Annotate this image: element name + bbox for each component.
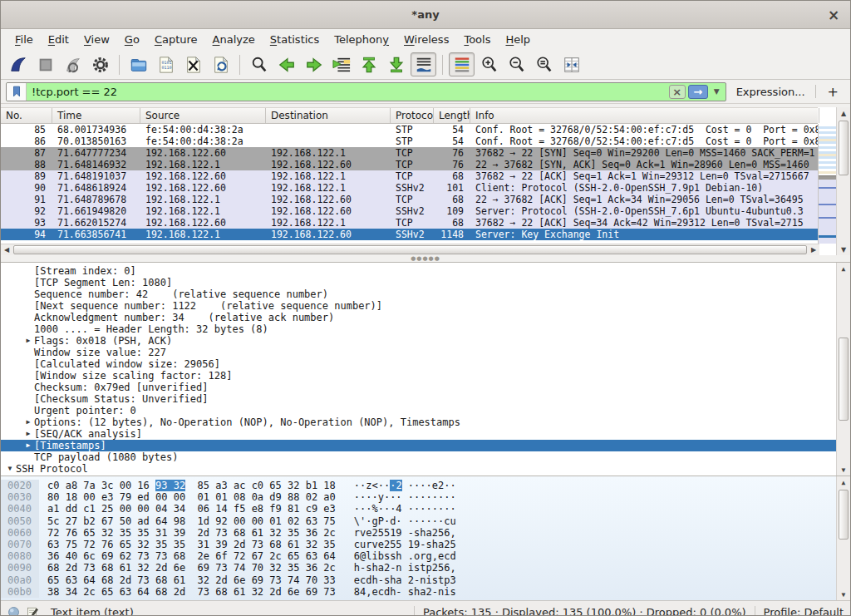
auto-scroll-icon[interactable] — [411, 52, 436, 76]
bytes-scroll-thumb[interactable] — [839, 490, 849, 540]
filter-apply-icon[interactable]: → — [688, 85, 708, 99]
hex-bytes[interactable]: c0 a8 7a 3c 00 16 93 32 85 a3 ac c0 65 3… — [39, 480, 336, 491]
details-scroll-up-icon[interactable]: ▲ — [837, 263, 850, 274]
packet-row[interactable]: 9271.661949820192.168.122.1192.168.122.6… — [1, 205, 818, 217]
hex-bytes[interactable]: 65 63 64 68 2d 73 68 61 32 2d 6e 69 73 7… — [39, 574, 336, 586]
filter-bookmark-icon[interactable] — [7, 83, 27, 101]
details-scroll-down-icon[interactable]: ▼ — [837, 464, 850, 476]
packet-list-vscrollbar[interactable]: ▲ ▼ — [836, 107, 850, 255]
hex-ascii[interactable]: rve25519 -sha256, — [336, 527, 456, 539]
hex-row[interactable]: 008036 40 6c 69 62 73 73 68 2e 6f 72 67 … — [1, 550, 836, 562]
detail-tree-item[interactable]: Urgent pointer: 0 — [1, 405, 836, 416]
expander-closed-icon[interactable]: ▶ — [22, 416, 34, 428]
hex-row[interactable]: 006072 76 65 32 35 35 31 39 2d 73 68 61 … — [1, 527, 836, 539]
menu-item-view[interactable]: View — [76, 31, 117, 48]
filter-history-caret-icon[interactable]: ▼ — [711, 85, 723, 99]
packet-list-minimap[interactable] — [818, 124, 836, 244]
column-header-source[interactable]: Source — [140, 108, 266, 123]
filter-expression-text[interactable]: !tcp.port == 22 — [27, 86, 669, 98]
vscroll-up-arrow-icon[interactable]: ▲ — [837, 107, 850, 119]
detail-tree-item[interactable]: Acknowledgment number: 34 (relative ack … — [1, 312, 836, 323]
title-bar[interactable]: *any × — [1, 1, 850, 29]
packet-list-hscrollbar[interactable]: ◀ ▶ — [1, 244, 819, 255]
packet-row[interactable]: 8771.647777234192.168.122.60192.168.122.… — [1, 147, 818, 159]
menu-item-statistics[interactable]: Statistics — [263, 31, 327, 48]
hscroll-thumb[interactable] — [13, 245, 807, 254]
hex-ascii[interactable]: h-sha2-n istp256, — [336, 562, 456, 574]
hex-bytes[interactable]: 5c 27 b2 67 50 ad 64 98 1d 92 00 00 01 0… — [39, 515, 336, 527]
column-header-time[interactable]: Time — [52, 108, 140, 123]
resize-columns-icon[interactable] — [558, 52, 584, 76]
detail-tree-item[interactable]: ▶[SEQ/ACK analysis] — [1, 428, 836, 440]
capture-comment-icon[interactable] — [27, 606, 39, 616]
packet-row[interactable]: 9171.648789678192.168.122.1192.168.122.6… — [1, 194, 818, 205]
hex-ascii[interactable]: ····y··· ········ — [336, 491, 456, 503]
details-scroll-thumb[interactable] — [839, 338, 849, 421]
zoom-out-icon[interactable] — [504, 52, 529, 76]
detail-tree-item[interactable]: ▼SSH Protocol — [1, 463, 836, 475]
packet-row[interactable]: 9371.662015274192.168.122.60192.168.122.… — [1, 217, 818, 229]
menu-item-capture[interactable]: Capture — [147, 31, 205, 48]
vscroll-thumb[interactable] — [839, 121, 849, 175]
packet-row[interactable]: 8971.648191037192.168.122.60192.168.122.… — [1, 170, 818, 182]
hex-ascii[interactable]: 6@libssh .org,ecd — [336, 550, 456, 562]
hex-bytes[interactable]: 68 2d 73 68 61 32 2d 6e 69 73 74 70 32 3… — [39, 562, 336, 574]
close-file-icon[interactable] — [180, 52, 206, 76]
start-capture-icon[interactable] — [5, 52, 31, 76]
menu-item-edit[interactable]: Edit — [41, 31, 76, 48]
menu-item-file[interactable]: File — [7, 31, 41, 48]
hex-bytes[interactable]: 80 18 00 e3 79 ed 00 00 01 01 08 0a d9 8… — [39, 491, 336, 503]
detail-tree-item[interactable]: ▶Flags: 0x018 (PSH, ACK) — [1, 335, 836, 347]
hex-row[interactable]: 0020c0 a8 7a 3c 00 16 93 32 85 a3 ac c0 … — [1, 480, 836, 491]
column-header-protocol[interactable]: Protocol — [391, 108, 434, 123]
find-packet-icon[interactable] — [246, 52, 272, 76]
detail-tree-item[interactable]: Sequence number: 42 (relative sequence n… — [1, 288, 836, 300]
go-first-icon[interactable] — [356, 52, 381, 76]
detail-tree-item[interactable]: Checksum: 0x79ed [unverified] — [1, 382, 836, 393]
detail-tree-item[interactable]: ▶[Timestamps] — [1, 440, 836, 451]
reload-file-icon[interactable] — [208, 52, 234, 76]
expression-button[interactable]: Expression... — [733, 86, 809, 98]
packet-row[interactable]: 8568.001734936fe:54:00:d4:38:2aSTP54Conf… — [1, 124, 818, 136]
colorize-icon[interactable] — [449, 52, 475, 76]
expander-closed-icon[interactable]: ▶ — [22, 475, 34, 476]
detail-tree-item[interactable]: [Next sequence number: 1122 (relative se… — [1, 300, 836, 312]
hex-row[interactable]: 0040a1 dd c1 25 00 00 04 34 06 14 f5 e8 … — [1, 503, 836, 515]
detail-tree-item[interactable]: [TCP Segment Len: 1080] — [1, 277, 836, 288]
expander-closed-icon[interactable]: ▶ — [22, 440, 34, 451]
filter-clear-icon[interactable]: × — [669, 85, 686, 99]
bytes-scroll-down-icon[interactable]: ▼ — [837, 589, 850, 600]
stop-capture-icon[interactable] — [32, 52, 58, 76]
add-filter-button[interactable]: + — [823, 84, 845, 100]
hex-row[interactable]: 003080 18 00 e3 79 ed 00 00 01 01 08 0a … — [1, 491, 836, 503]
status-profile[interactable]: Profile: Default — [764, 606, 844, 616]
hex-row[interactable]: 00505c 27 b2 67 50 ad 64 98 1d 92 00 00 … — [1, 515, 836, 527]
expert-info-icon[interactable] — [7, 606, 20, 616]
packet-row[interactable]: 8871.648146932192.168.122.1192.168.122.6… — [1, 159, 818, 170]
go-to-packet-icon[interactable] — [328, 52, 354, 76]
bytes-vscrollbar[interactable]: ▲ ▼ — [836, 476, 850, 600]
expander-closed-icon[interactable]: ▶ — [22, 428, 34, 440]
detail-tree-item[interactable]: TCP payload (1080 bytes) — [1, 451, 836, 463]
hex-ascii[interactable]: 84,ecdh- sha2-nis — [336, 586, 456, 598]
hex-ascii[interactable]: ecdh-sha 2-nistp3 — [336, 574, 456, 586]
detail-tree-item[interactable]: ▶SSH Version 2 (encryption:chacha20-poly… — [1, 475, 836, 476]
close-icon[interactable]: × — [825, 7, 842, 23]
column-header-info[interactable]: Info — [470, 108, 819, 123]
hex-bytes[interactable]: 36 40 6c 69 62 73 73 68 2e 6f 72 67 2c 6… — [39, 550, 336, 562]
hex-bytes[interactable]: 63 75 72 76 65 32 35 35 31 39 2d 73 68 6… — [39, 539, 336, 550]
menu-item-telephony[interactable]: Telephony — [327, 31, 396, 48]
menu-item-help[interactable]: Help — [498, 31, 538, 48]
bytes-scroll-up-icon[interactable]: ▲ — [837, 476, 850, 488]
hex-ascii[interactable]: ···%···4 ········ — [336, 503, 456, 515]
zoom-reset-icon[interactable] — [531, 52, 557, 76]
menu-item-analyze[interactable]: Analyze — [205, 31, 263, 48]
details-vscrollbar[interactable]: ▲ ▼ — [836, 263, 850, 476]
capture-options-icon[interactable] — [87, 52, 113, 76]
hex-bytes[interactable]: a1 dd c1 25 00 00 04 34 06 14 f5 e8 f9 8… — [39, 503, 336, 515]
detail-tree-item[interactable]: 1000 .... = Header Length: 32 bytes (8) — [1, 323, 836, 335]
save-file-icon[interactable]: 01010110 — [153, 52, 179, 76]
hex-ascii[interactable]: ··z<···2 ····e2·· — [336, 480, 456, 491]
packet-row[interactable]: 9471.663856741192.168.122.1192.168.122.6… — [1, 229, 818, 240]
pane-splitter-top[interactable]: ●●●●● — [1, 255, 850, 262]
